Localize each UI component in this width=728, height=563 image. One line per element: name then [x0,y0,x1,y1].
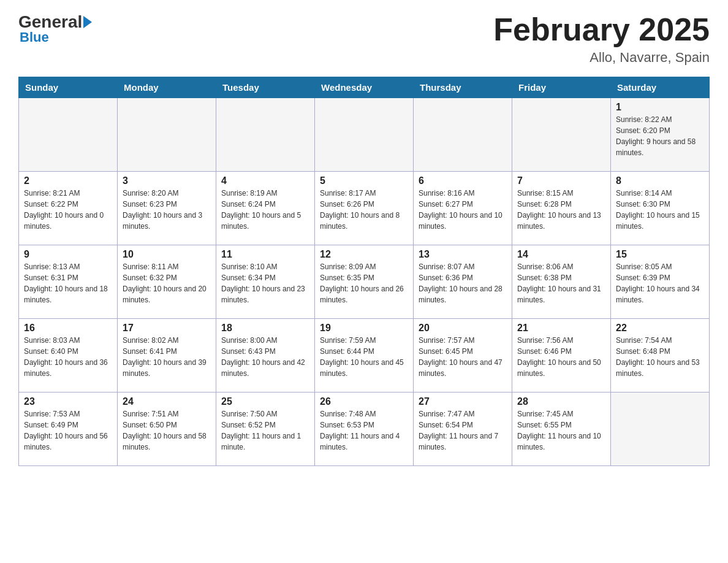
calendar-day-cell: 9Sunrise: 8:13 AM Sunset: 6:31 PM Daylig… [19,245,118,319]
calendar-day-cell [315,98,414,172]
calendar-week-row: 1Sunrise: 8:22 AM Sunset: 6:20 PM Daylig… [19,98,710,172]
day-info: Sunrise: 8:00 AM Sunset: 6:43 PM Dayligh… [221,335,309,379]
day-number: 26 [320,396,408,407]
day-number: 2 [24,175,112,186]
month-title: February 2025 [493,12,710,47]
calendar-header-row: SundayMondayTuesdayWednesdayThursdayFrid… [19,77,710,98]
day-info: Sunrise: 8:03 AM Sunset: 6:40 PM Dayligh… [24,335,112,379]
day-of-week-header: Monday [118,77,216,98]
calendar-day-cell: 13Sunrise: 8:07 AM Sunset: 6:36 PM Dayli… [414,245,512,319]
calendar-day-cell: 1Sunrise: 8:22 AM Sunset: 6:20 PM Daylig… [611,98,710,172]
calendar-week-row: 16Sunrise: 8:03 AM Sunset: 6:40 PM Dayli… [19,319,710,393]
day-number: 27 [419,396,507,407]
day-info: Sunrise: 8:11 AM Sunset: 6:32 PM Dayligh… [123,261,211,305]
calendar-day-cell: 14Sunrise: 8:06 AM Sunset: 6:38 PM Dayli… [512,245,611,319]
day-number: 23 [24,396,112,407]
day-number: 5 [320,175,408,186]
day-info: Sunrise: 8:07 AM Sunset: 6:36 PM Dayligh… [419,261,507,305]
logo: General Blue [18,12,93,45]
calendar-day-cell: 4Sunrise: 8:19 AM Sunset: 6:24 PM Daylig… [216,172,315,245]
day-info: Sunrise: 7:50 AM Sunset: 6:52 PM Dayligh… [221,408,309,453]
day-number: 16 [24,323,112,334]
calendar-day-cell [118,98,216,172]
day-info: Sunrise: 8:16 AM Sunset: 6:27 PM Dayligh… [419,188,507,232]
calendar-day-cell: 12Sunrise: 8:09 AM Sunset: 6:35 PM Dayli… [315,245,414,319]
day-number: 21 [517,323,605,334]
calendar-day-cell: 11Sunrise: 8:10 AM Sunset: 6:34 PM Dayli… [216,245,315,319]
logo-arrow-icon [83,16,92,28]
day-info: Sunrise: 8:15 AM Sunset: 6:28 PM Dayligh… [517,188,605,232]
calendar-day-cell: 24Sunrise: 7:51 AM Sunset: 6:50 PM Dayli… [118,393,216,466]
day-info: Sunrise: 7:54 AM Sunset: 6:48 PM Dayligh… [616,335,704,379]
calendar-day-cell [611,393,710,466]
day-of-week-header: Wednesday [315,77,414,98]
calendar-week-row: 2Sunrise: 8:21 AM Sunset: 6:22 PM Daylig… [19,172,710,245]
day-info: Sunrise: 8:20 AM Sunset: 6:23 PM Dayligh… [123,188,211,232]
day-info: Sunrise: 8:21 AM Sunset: 6:22 PM Dayligh… [24,188,112,232]
day-info: Sunrise: 7:47 AM Sunset: 6:54 PM Dayligh… [419,408,507,453]
day-number: 17 [123,323,211,334]
day-number: 18 [221,323,309,334]
calendar-day-cell: 20Sunrise: 7:57 AM Sunset: 6:45 PM Dayli… [414,319,512,393]
day-number: 15 [616,249,704,260]
calendar-day-cell: 3Sunrise: 8:20 AM Sunset: 6:23 PM Daylig… [118,172,216,245]
calendar-day-cell: 16Sunrise: 8:03 AM Sunset: 6:40 PM Dayli… [19,319,118,393]
location-title: Allo, Navarre, Spain [493,50,710,66]
day-number: 13 [419,249,507,260]
calendar-week-row: 9Sunrise: 8:13 AM Sunset: 6:31 PM Daylig… [19,245,710,319]
day-info: Sunrise: 8:05 AM Sunset: 6:39 PM Dayligh… [616,261,704,305]
calendar-day-cell: 6Sunrise: 8:16 AM Sunset: 6:27 PM Daylig… [414,172,512,245]
calendar-day-cell: 15Sunrise: 8:05 AM Sunset: 6:39 PM Dayli… [611,245,710,319]
calendar-table: SundayMondayTuesdayWednesdayThursdayFrid… [18,77,710,466]
day-info: Sunrise: 8:19 AM Sunset: 6:24 PM Dayligh… [221,188,309,232]
day-info: Sunrise: 7:57 AM Sunset: 6:45 PM Dayligh… [419,335,507,379]
title-block: February 2025 Allo, Navarre, Spain [493,12,710,66]
day-of-week-header: Saturday [611,77,710,98]
day-of-week-header: Thursday [414,77,512,98]
calendar-day-cell [216,98,315,172]
day-number: 4 [221,175,309,186]
calendar-day-cell: 25Sunrise: 7:50 AM Sunset: 6:52 PM Dayli… [216,393,315,466]
calendar-day-cell: 27Sunrise: 7:47 AM Sunset: 6:54 PM Dayli… [414,393,512,466]
day-info: Sunrise: 8:13 AM Sunset: 6:31 PM Dayligh… [24,261,112,305]
calendar-day-cell: 22Sunrise: 7:54 AM Sunset: 6:48 PM Dayli… [611,319,710,393]
day-info: Sunrise: 8:10 AM Sunset: 6:34 PM Dayligh… [221,261,309,305]
day-number: 19 [320,323,408,334]
calendar-day-cell: 23Sunrise: 7:53 AM Sunset: 6:49 PM Dayli… [19,393,118,466]
calendar-day-cell: 19Sunrise: 7:59 AM Sunset: 6:44 PM Dayli… [315,319,414,393]
day-number: 20 [419,323,507,334]
day-info: Sunrise: 7:48 AM Sunset: 6:53 PM Dayligh… [320,408,408,453]
day-info: Sunrise: 7:51 AM Sunset: 6:50 PM Dayligh… [123,408,211,453]
day-of-week-header: Tuesday [216,77,315,98]
day-info: Sunrise: 7:53 AM Sunset: 6:49 PM Dayligh… [24,408,112,453]
calendar-day-cell: 21Sunrise: 7:56 AM Sunset: 6:46 PM Dayli… [512,319,611,393]
day-number: 28 [517,396,605,407]
day-info: Sunrise: 8:06 AM Sunset: 6:38 PM Dayligh… [517,261,605,305]
calendar-day-cell [512,98,611,172]
day-info: Sunrise: 7:56 AM Sunset: 6:46 PM Dayligh… [517,335,605,379]
day-number: 8 [616,175,704,186]
day-number: 25 [221,396,309,407]
day-number: 24 [123,396,211,407]
day-info: Sunrise: 7:59 AM Sunset: 6:44 PM Dayligh… [320,335,408,379]
calendar-day-cell: 7Sunrise: 8:15 AM Sunset: 6:28 PM Daylig… [512,172,611,245]
day-info: Sunrise: 8:17 AM Sunset: 6:26 PM Dayligh… [320,188,408,232]
day-info: Sunrise: 8:22 AM Sunset: 6:20 PM Dayligh… [616,114,704,158]
day-number: 1 [616,102,704,113]
day-number: 10 [123,249,211,260]
calendar-day-cell: 10Sunrise: 8:11 AM Sunset: 6:32 PM Dayli… [118,245,216,319]
day-number: 7 [517,175,605,186]
day-number: 3 [123,175,211,186]
day-info: Sunrise: 8:09 AM Sunset: 6:35 PM Dayligh… [320,261,408,305]
day-of-week-header: Friday [512,77,611,98]
day-number: 22 [616,323,704,334]
calendar-day-cell: 2Sunrise: 8:21 AM Sunset: 6:22 PM Daylig… [19,172,118,245]
day-info: Sunrise: 8:02 AM Sunset: 6:41 PM Dayligh… [123,335,211,379]
day-info: Sunrise: 7:45 AM Sunset: 6:55 PM Dayligh… [517,408,605,453]
calendar-day-cell: 28Sunrise: 7:45 AM Sunset: 6:55 PM Dayli… [512,393,611,466]
calendar-day-cell: 18Sunrise: 8:00 AM Sunset: 6:43 PM Dayli… [216,319,315,393]
calendar-day-cell: 8Sunrise: 8:14 AM Sunset: 6:30 PM Daylig… [611,172,710,245]
calendar-day-cell: 5Sunrise: 8:17 AM Sunset: 6:26 PM Daylig… [315,172,414,245]
page-header: General Blue February 2025 Allo, Navarre… [18,12,710,66]
day-number: 14 [517,249,605,260]
